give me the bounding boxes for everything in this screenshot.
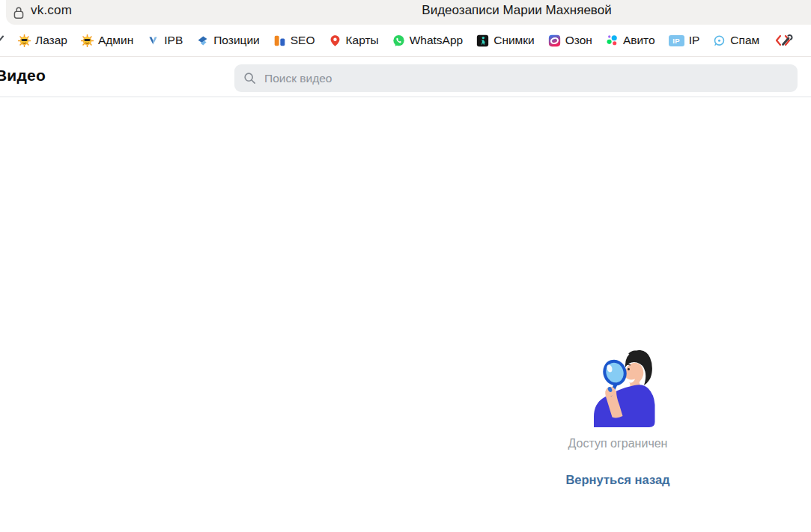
bookmark-seo[interactable]: SEO [273, 34, 315, 47]
bookmark-label: SEO [291, 34, 315, 47]
spam-circle-icon [713, 34, 726, 47]
bookmark-label: Спам [730, 34, 759, 47]
bookmark-maps[interactable]: Карты [329, 34, 379, 47]
page-title: Видео [0, 67, 46, 85]
bookmark-label: Лазар [35, 34, 67, 47]
page-tab-title: Видеозаписи Марии Махняевой [422, 3, 611, 18]
video-search-box[interactable] [234, 64, 798, 92]
search-input[interactable] [263, 71, 789, 86]
bookmark-lazar[interactable]: Лазар [18, 34, 67, 47]
bookmark-label: IPB [164, 34, 183, 47]
bookmark-label: Админ [98, 34, 133, 47]
clipped-checkmark-icon[interactable] [0, 35, 4, 46]
bookmark-snimki[interactable]: Снимки [476, 34, 535, 47]
positions-diamond-icon [196, 34, 209, 47]
whatsapp-icon [392, 34, 405, 47]
map-pin-icon [329, 34, 341, 47]
bookmark-positions[interactable]: Позиции [196, 34, 260, 47]
avito-dots-icon [606, 34, 619, 47]
go-back-link[interactable]: Вернуться назад [565, 473, 669, 487]
ip-badge-icon: IP [669, 35, 684, 46]
lock-icon[interactable] [13, 5, 25, 20]
restricted-illustration [583, 342, 656, 428]
browser-toolbar: vk.com Видеозаписи Марии Махняевой [0, 0, 811, 25]
bookmark-ipb[interactable]: IPB [147, 34, 183, 47]
restricted-message: Доступ ограничен [568, 437, 668, 450]
bookmark-label: IP [689, 34, 700, 47]
bookmark-ip[interactable]: IP IP [669, 34, 700, 47]
search-icon [243, 72, 256, 85]
bookmark-label: Карты [346, 34, 379, 47]
bookmark-avito[interactable]: Авито [606, 34, 655, 47]
ozon-logo-icon [548, 34, 561, 47]
address-url[interactable]: vk.com [31, 3, 72, 18]
bookmark-label: Авито [623, 34, 655, 47]
panorama-person-icon [476, 34, 489, 47]
bookmark-whatsapp[interactable]: WhatsApp [392, 34, 464, 47]
bookmarks-bar: Лазар Админ IPB Позиции [0, 25, 811, 57]
sun-sunglasses-icon [18, 34, 31, 47]
ipb-logo-icon [147, 34, 160, 47]
clipped-code-wrench-icon[interactable] [773, 33, 795, 48]
bookmark-spam[interactable]: Спам [713, 34, 759, 47]
sun-sunglasses-icon [81, 34, 94, 47]
bookmark-label: Позиции [213, 34, 260, 47]
seo-bars-icon [273, 34, 286, 47]
video-page-header: Видео [0, 57, 811, 97]
bookmark-label: Снимки [493, 34, 535, 47]
bookmark-label: Озон [565, 34, 592, 47]
bookmark-ozon[interactable]: Озон [548, 34, 592, 47]
bookmark-label: WhatsApp [410, 34, 464, 47]
bookmark-admin[interactable]: Админ [81, 34, 133, 47]
